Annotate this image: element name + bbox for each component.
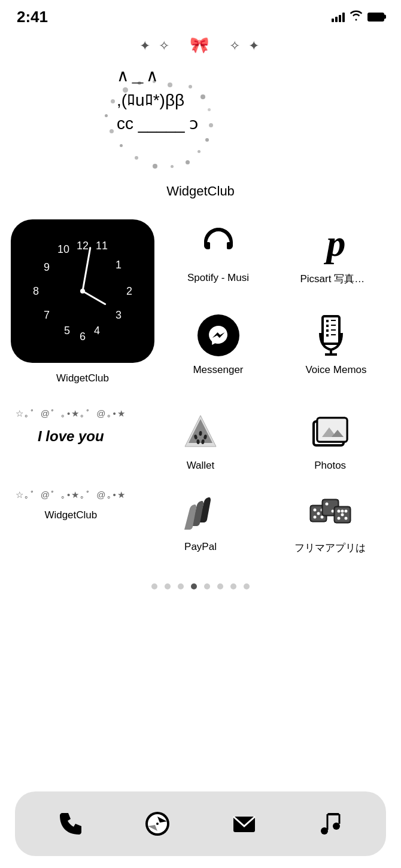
svg-point-26 <box>320 516 323 519</box>
dock <box>15 791 386 856</box>
clock-8: 8 <box>33 285 39 298</box>
clock-widget-item[interactable]: 12 1 2 3 4 6 5 7 8 9 10 11 WidgetClub <box>6 211 159 393</box>
svg-point-24 <box>313 516 316 519</box>
app-grid-row1: Spotify - Musi p Picsart 写真加工 12 1 2 3 4… <box>0 211 401 393</box>
dice-icon <box>306 488 354 536</box>
spotify-app[interactable]: Spotify - Musi <box>159 211 277 303</box>
svg-rect-18 <box>317 418 347 442</box>
battery-icon <box>367 13 384 22</box>
dock-mail[interactable] <box>223 802 266 845</box>
svg-point-50 <box>333 823 340 830</box>
wallet-app[interactable]: Wallet <box>136 399 266 480</box>
svg-rect-4 <box>326 334 329 337</box>
picsart-label: Picsart 写真加工 <box>300 272 372 286</box>
svg-point-44 <box>156 823 159 825</box>
page-dot-2[interactable] <box>165 583 171 589</box>
messenger-label: Messenger <box>193 364 243 376</box>
status-time: 2:41 <box>17 8 48 26</box>
page-dot-1[interactable] <box>151 583 157 589</box>
widgetclub-deco-label: WidgetClub <box>44 509 97 521</box>
page-dots <box>0 569 401 601</box>
decoration-top: ✦ ✧ 🎀 ✧ ✦ <box>0 30 401 57</box>
svg-point-27 <box>317 512 320 515</box>
clock-10: 10 <box>57 243 69 256</box>
clock-9: 9 <box>44 261 50 274</box>
clock-6: 6 <box>80 331 86 343</box>
kaomoji-section: ∧＿∧ ,(ﾛuﾛ*)ββ cc _____ ɔ <box>0 57 401 176</box>
svg-point-37 <box>344 517 347 520</box>
spotify-icon <box>195 219 242 267</box>
spotify-label: Spotify - Musi <box>187 272 249 284</box>
i-love-you-text: I love you <box>38 428 104 445</box>
svg-rect-5 <box>331 320 336 321</box>
clock-minute-hand <box>82 247 92 291</box>
page-dot-5[interactable] <box>204 583 210 589</box>
clock-1: 1 <box>116 259 121 271</box>
wallet-icon <box>177 407 224 455</box>
svg-point-39 <box>341 510 344 513</box>
clock-widget: 12 1 2 3 4 6 5 7 8 9 10 11 <box>11 219 154 363</box>
svg-rect-1 <box>326 320 329 322</box>
svg-point-35 <box>344 510 347 513</box>
signal-icon <box>332 11 345 22</box>
svg-point-49 <box>321 827 328 835</box>
page-dot-6[interactable] <box>217 583 223 589</box>
page-dot-4[interactable] <box>191 583 197 589</box>
dock-phone[interactable] <box>49 802 92 845</box>
kaomoji-line3: cc _____ ɔ <box>117 112 198 135</box>
dock-music[interactable] <box>309 802 353 845</box>
dock-safari[interactable] <box>136 802 179 845</box>
paypal-label: PayPal <box>184 541 217 553</box>
clock-12: 12 <box>77 240 89 252</box>
stars-deco-2: ☆｡゜@゜｡•★｡゜@｡•★ <box>16 488 126 502</box>
voice-memos-icon <box>312 311 360 359</box>
kaomoji-line1: ∧＿∧ <box>117 63 198 88</box>
status-icons <box>332 10 384 24</box>
dice-label: フリマアプリは <box>294 541 366 555</box>
kaomoji-line2: ,(ﾛuﾛ*)ββ <box>117 88 198 112</box>
stars-deco-1: ☆｡゜@゜｡•★｡゜@｡•★ <box>16 407 126 421</box>
page-dot-3[interactable] <box>178 583 184 589</box>
svg-rect-6 <box>331 325 336 326</box>
paypal-app[interactable]: PayPal <box>136 480 266 563</box>
clock-face: 12 1 2 3 4 6 5 7 8 9 10 11 <box>23 231 142 351</box>
widgetclub-deco-widget: ☆｡゜@゜｡•★｡゜@｡•★ WidgetClub <box>6 480 136 563</box>
svg-rect-2 <box>326 325 329 327</box>
clock-7: 7 <box>44 309 50 322</box>
svg-point-36 <box>337 517 340 520</box>
clock-2: 2 <box>126 285 132 298</box>
photos-label: Photos <box>314 460 346 472</box>
row-3: ☆｡゜@゜｡•★｡゜@｡•★ WidgetClub PayPal <box>0 480 401 569</box>
svg-rect-7 <box>331 329 336 331</box>
clock-widget-label: WidgetClub <box>56 372 109 384</box>
clock-3: 3 <box>116 309 121 322</box>
page-dot-8[interactable] <box>244 583 250 589</box>
svg-rect-8 <box>331 334 336 335</box>
dice-app[interactable]: フリマアプリは <box>265 480 395 563</box>
widgetclub-main-label: WidgetClub <box>0 176 401 211</box>
clock-hour-hand <box>82 291 106 305</box>
clock-4: 4 <box>94 325 100 337</box>
photos-icon <box>306 407 354 455</box>
messenger-app[interactable]: Messenger <box>159 303 277 393</box>
svg-rect-3 <box>326 329 329 332</box>
svg-point-34 <box>337 510 340 513</box>
svg-point-38 <box>341 514 344 516</box>
wifi-icon <box>350 10 363 24</box>
page-dot-7[interactable] <box>230 583 236 589</box>
status-bar: 2:41 <box>0 0 401 30</box>
love-widget: ☆｡゜@゜｡•★｡゜@｡•★ I love you <box>6 399 136 480</box>
wallet-label: Wallet <box>187 460 215 472</box>
row-2: ☆｡゜@゜｡•★｡゜@｡•★ I love you Wallet <box>0 393 401 480</box>
photos-app[interactable]: Photos <box>265 399 395 480</box>
picsart-icon: p <box>312 219 360 267</box>
clock-5: 5 <box>64 325 70 337</box>
picsart-app[interactable]: p Picsart 写真加工 <box>277 211 395 303</box>
voice-memos-label: Voice Memos <box>305 364 366 376</box>
voice-memos-app[interactable]: Voice Memos <box>277 303 395 393</box>
svg-rect-46 <box>327 813 339 815</box>
paypal-icon <box>177 488 224 536</box>
clock-11: 11 <box>96 240 108 252</box>
clock-center-dot <box>80 289 85 294</box>
svg-point-30 <box>325 503 328 506</box>
